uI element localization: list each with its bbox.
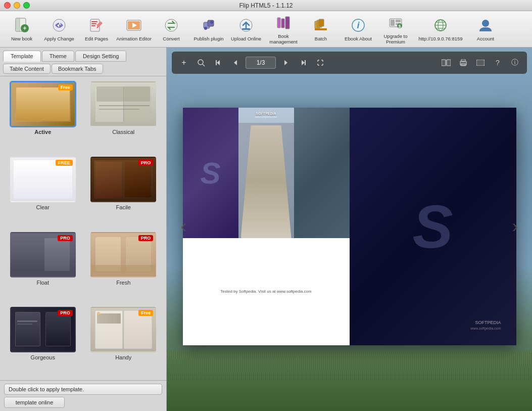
ebook-about-icon: i <box>349 16 367 34</box>
close-button[interactable] <box>4 2 11 9</box>
print-button[interactable] <box>456 56 470 70</box>
main-toolbar: + New book Apply Change Edit Page <box>0 11 532 48</box>
sub-tab-table-content[interactable]: Table Content <box>3 64 51 74</box>
convert-label: Convert <box>163 36 179 41</box>
tab-design-setting[interactable]: Design Setting <box>75 51 127 62</box>
publish-plugin-label: Publish plugin <box>194 36 223 41</box>
toolbar-ebook-about[interactable]: i Ebook About <box>341 13 376 45</box>
last-page-button[interactable] <box>296 56 310 70</box>
upload-online-icon <box>237 16 255 34</box>
template-name-handy: Handy <box>115 354 131 360</box>
svg-point-16 <box>210 21 213 24</box>
template-name-fresh: Fresh <box>116 280 130 286</box>
toolbar-apply-change[interactable]: Apply Change <box>41 13 77 45</box>
page-col3 <box>294 108 350 239</box>
template-item-facile[interactable]: PRO Facile <box>86 157 162 225</box>
template-thumb-classical <box>90 81 156 127</box>
sub-tab-bookmark-tabs[interactable]: Bookmark Tabs <box>52 64 103 74</box>
svg-rect-24 <box>319 19 324 26</box>
template-item-active[interactable]: Free Active <box>5 81 81 150</box>
template-item-gorgeous[interactable]: PRO Gorgeous <box>5 307 81 375</box>
new-book-icon: + <box>13 16 31 34</box>
template-thumb-float: PRO <box>10 232 76 278</box>
template-item-classical[interactable]: Classical <box>86 81 162 150</box>
svg-rect-30 <box>396 20 401 22</box>
left-panel: Template Theme Design Setting Table Cont… <box>0 48 167 411</box>
page-number-input[interactable] <box>246 57 276 69</box>
minimize-button[interactable] <box>14 2 20 9</box>
tab-theme[interactable]: Theme <box>42 51 74 62</box>
svg-rect-29 <box>391 20 395 26</box>
template-grid: Free Active <box>0 76 166 380</box>
ebook-about-label: Ebook About <box>345 36 372 41</box>
svg-text:+: + <box>23 25 26 32</box>
zoom-in-button[interactable]: + <box>177 56 191 70</box>
thumb-book-active <box>15 86 71 122</box>
apply-change-label: Apply Change <box>44 36 74 41</box>
toolbar-http[interactable]: http://10.9.0.76:8159 <box>415 13 466 45</box>
template-item-fresh[interactable]: PRO Fresh <box>86 232 162 300</box>
first-page-button[interactable] <box>211 56 225 70</box>
template-name-classical: Classical <box>112 129 134 135</box>
help-button[interactable]: ? <box>491 56 505 70</box>
account-label: Account <box>477 36 494 41</box>
toolbar-publish-plugin[interactable]: Publish plugin <box>191 13 226 45</box>
next-page-arrow[interactable]: › <box>504 211 526 242</box>
next-page-button[interactable] <box>279 56 293 70</box>
page-right-softpedia: SOFTPEDIA <box>475 320 501 325</box>
badge-pro-fresh: PRO <box>138 235 154 241</box>
upload-online-label: Upload Online <box>231 36 261 41</box>
template-item-clear[interactable]: FREE Clear <box>5 157 81 225</box>
svg-marker-44 <box>234 60 237 65</box>
publish-plugin-icon <box>200 16 218 34</box>
viewer-toolbar: + <box>172 52 527 74</box>
svg-point-39 <box>482 20 489 27</box>
toolbar-upgrade-premium[interactable]: $ Upgrade to Premium <box>378 13 413 45</box>
convert-icon <box>162 16 180 34</box>
prev-page-arrow[interactable]: ‹ <box>173 211 195 242</box>
toolbar-animation-editor[interactable]: Animation Editor <box>116 13 152 45</box>
badge-free-clear: FREE <box>56 160 73 166</box>
toolbar-convert[interactable]: Convert <box>154 13 189 45</box>
template-thumb-handy: Free <box>90 307 156 352</box>
edit-pages-icon <box>87 16 106 34</box>
svg-rect-6 <box>91 21 98 22</box>
window-controls <box>4 2 30 9</box>
template-online-button[interactable]: template online <box>4 397 65 408</box>
svg-rect-20 <box>281 19 284 28</box>
svg-line-41 <box>203 64 205 66</box>
template-name-clear: Clear <box>36 204 50 210</box>
svg-point-40 <box>198 60 203 65</box>
svg-rect-48 <box>442 60 446 66</box>
book-management-label: Book management <box>266 33 301 45</box>
tab-template[interactable]: Template <box>3 51 41 62</box>
fullscreen-button[interactable] <box>313 56 327 70</box>
view-mode-button[interactable] <box>473 56 488 70</box>
apply-change-icon <box>50 16 68 34</box>
two-page-button[interactable] <box>439 56 453 70</box>
badge-pro-gorgeous: PRO <box>58 310 73 316</box>
zoom-icon[interactable] <box>194 56 208 70</box>
svg-point-15 <box>204 27 207 30</box>
toolbar-account[interactable]: Account <box>468 13 503 45</box>
toolbar-book-management[interactable]: Book management <box>266 13 301 45</box>
page-left-bottom: Tested by Softpedia. Visit us at www.sof… <box>183 238 350 345</box>
toolbar-upload-online[interactable]: Upload Online <box>228 13 264 45</box>
toolbar-batch[interactable]: Batch <box>303 13 338 45</box>
template-item-float[interactable]: PRO Float <box>5 232 81 300</box>
svg-rect-53 <box>476 60 485 66</box>
book-area: S SOFTPEDIA www.softpedia.com <box>167 74 532 379</box>
http-icon <box>431 16 450 34</box>
info-button[interactable]: ⓘ <box>508 56 522 70</box>
new-book-label: New book <box>11 36 32 41</box>
template-item-handy[interactable]: Free Handy <box>86 307 162 375</box>
edit-pages-label: Edit Pages <box>85 36 108 41</box>
maximize-button[interactable] <box>23 2 30 9</box>
prev-page-button[interactable] <box>228 56 243 70</box>
toolbar-edit-pages[interactable]: Edit Pages <box>79 13 114 45</box>
toolbar-new-book[interactable]: + New book <box>4 13 39 45</box>
template-thumb-gorgeous: PRO <box>10 307 76 352</box>
page-right-s: S <box>412 192 453 261</box>
template-name-facile: Facile <box>116 204 131 210</box>
book-management-icon <box>274 14 293 32</box>
